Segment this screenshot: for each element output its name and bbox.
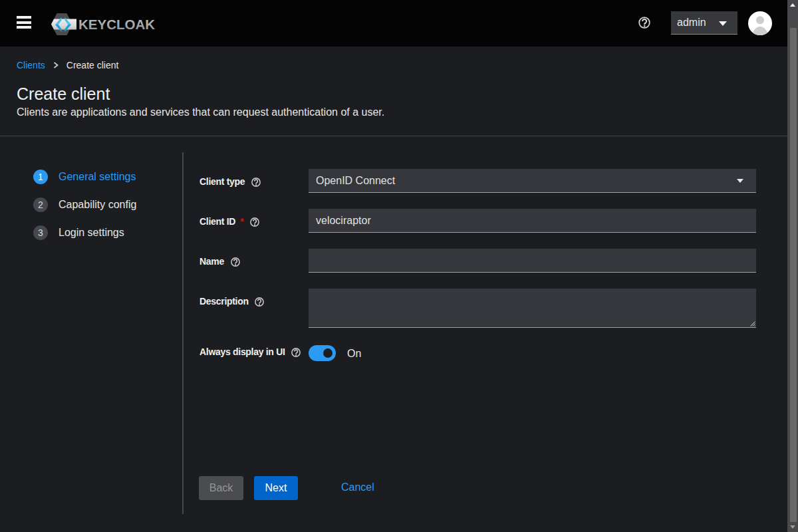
svg-text:KEYCLOAK: KEYCLOAK (78, 17, 155, 32)
